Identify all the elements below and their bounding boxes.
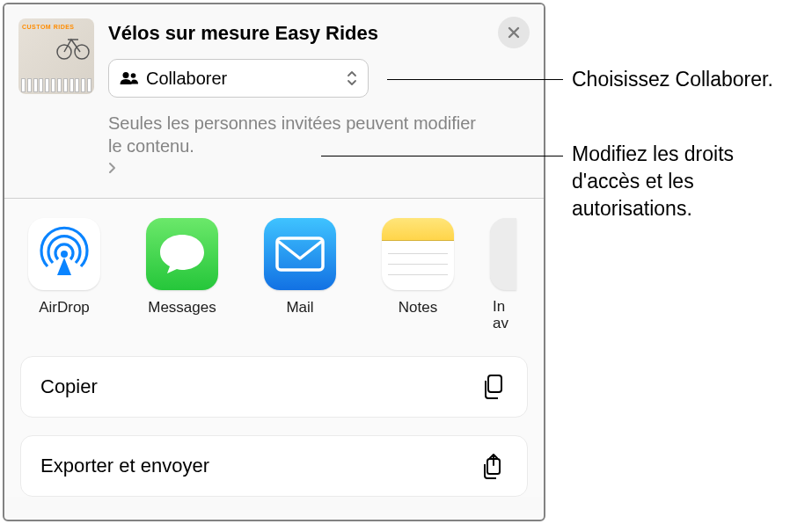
share-header: CUSTOM RIDES Vélos sur mesure Easy Rides (4, 4, 544, 186)
share-mode-label: Collaborer (146, 69, 347, 89)
chevron-right-icon (108, 161, 117, 175)
people-icon (120, 71, 139, 85)
messages-icon (146, 218, 218, 290)
app-label: Mail (286, 299, 313, 317)
svg-rect-5 (277, 238, 323, 270)
callout-line (387, 79, 563, 80)
callout-choose: Choisissez Collaborer. (572, 66, 773, 93)
app-label: Notes (399, 299, 437, 317)
apps-row: AirDrop Messages Mail (4, 199, 544, 340)
action-copy[interactable]: Copier (20, 356, 528, 418)
action-label: Copier (40, 375, 479, 398)
close-icon (507, 25, 521, 40)
svg-point-4 (61, 251, 68, 258)
share-sheet: CUSTOM RIDES Vélos sur mesure Easy Rides (3, 3, 545, 521)
app-mail[interactable]: Mail (260, 218, 340, 331)
permissions-text: Seules les personnes invitées peuvent mo… (108, 112, 486, 157)
callout-modify: Modifiez les droits d'accès et les autor… (572, 141, 801, 222)
close-button[interactable] (498, 17, 530, 48)
export-icon (479, 452, 508, 480)
action-label: Exporter et envoyer (40, 455, 479, 477)
notes-icon (382, 218, 454, 290)
app-label: Messages (148, 299, 216, 317)
mail-icon (264, 218, 336, 290)
app-more[interactable]: In av (490, 218, 516, 331)
svg-rect-6 (488, 375, 501, 392)
app-label: AirDrop (39, 299, 90, 317)
app-messages[interactable]: Messages (142, 218, 223, 331)
svg-point-3 (131, 73, 136, 78)
thumbnail-text: CUSTOM RIDES (22, 24, 75, 31)
copy-icon (479, 373, 508, 401)
app-label: In av (493, 299, 514, 331)
more-app-icon (490, 218, 516, 290)
chevron-up-down-icon (347, 70, 357, 86)
app-airdrop[interactable]: AirDrop (24, 218, 105, 331)
app-notes[interactable]: Notes (377, 218, 458, 331)
actions-list: Copier Exporter et envoyer (4, 340, 544, 497)
callout-line (321, 156, 563, 156)
airdrop-icon (28, 218, 100, 290)
permissions-link[interactable]: Seules les personnes invitées peuvent mo… (108, 112, 486, 175)
share-mode-select[interactable]: Collaborer (108, 59, 369, 98)
document-title: Vélos sur mesure Easy Rides (108, 22, 491, 45)
action-export[interactable]: Exporter et envoyer (20, 435, 528, 497)
bicycle-icon (55, 31, 91, 61)
svg-point-2 (123, 72, 129, 78)
document-thumbnail: CUSTOM RIDES (18, 18, 94, 94)
